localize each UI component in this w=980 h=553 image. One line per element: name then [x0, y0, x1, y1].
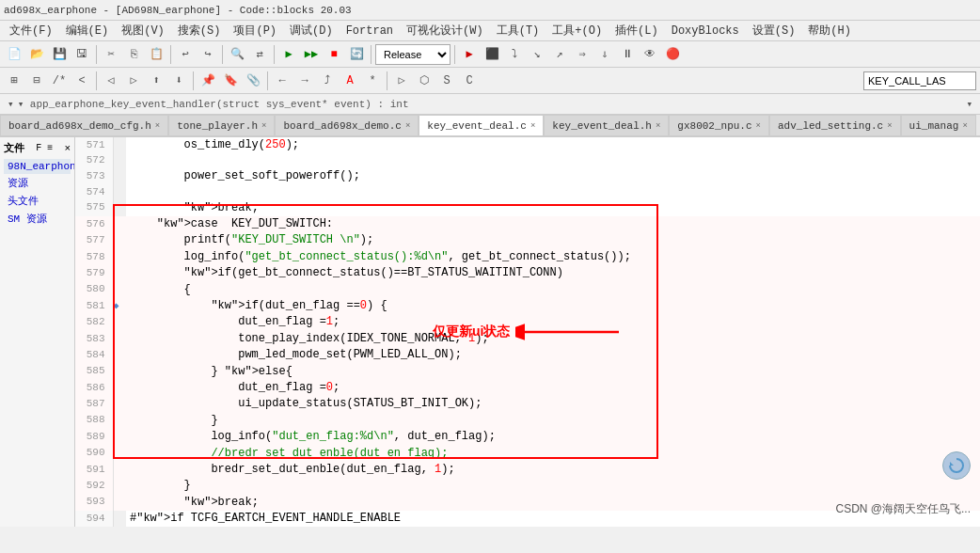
cursor-btn[interactable]: ▷: [391, 71, 412, 91]
tb2-btn1[interactable]: ⊞: [4, 71, 24, 91]
code-line-576[interactable]: "kw">case KEY_DUT_SWITCH:: [126, 216, 980, 232]
code-line-586[interactable]: dut_en_flag =0;: [126, 380, 980, 396]
breakpoint-btn[interactable]: 🔴: [662, 44, 683, 65]
code-line-592[interactable]: }: [126, 478, 980, 494]
tab-0-close[interactable]: ×: [155, 121, 160, 131]
search-input[interactable]: [863, 71, 976, 90]
menu-settings[interactable]: 设置(S): [747, 21, 801, 40]
code-line-577[interactable]: printf("KEY_DUT_SWITCH \n");: [126, 232, 980, 248]
menu-tools-plus[interactable]: 工具+(O): [546, 21, 608, 40]
code-line-578[interactable]: log_info("get_bt_connect_status():%d\n",…: [126, 249, 980, 265]
code-line-581[interactable]: "kw">if(dut_en_flag ==0) {: [126, 298, 980, 314]
tb2-btn3[interactable]: /*: [49, 71, 70, 91]
copy-btn[interactable]: ⎘: [123, 44, 144, 65]
sidebar-item-headers[interactable]: 头文件: [4, 192, 71, 210]
tb2-btn8[interactable]: ⬇: [168, 71, 189, 91]
stop-btn[interactable]: ■: [324, 44, 344, 65]
tb2-btn5[interactable]: ◁: [101, 71, 121, 91]
tb2-btn6[interactable]: ▷: [123, 71, 144, 91]
jump-btn[interactable]: ⤴: [317, 71, 338, 91]
scroll-refresh-btn[interactable]: [942, 451, 971, 480]
code-line-582[interactable]: dut_en_flag =1;: [126, 314, 980, 330]
tab-7[interactable]: ui_manag ×: [901, 115, 976, 135]
code-line-585[interactable]: } "kw">else{: [126, 364, 980, 380]
code-line-572[interactable]: [126, 153, 980, 168]
tab-5-close[interactable]: ×: [756, 121, 761, 131]
code-line-584[interactable]: pwm_led_mode_set(PWM_LED_ALL_ON);: [126, 347, 980, 363]
cut-btn[interactable]: ✂: [101, 44, 121, 65]
code-container[interactable]: 571 os_time_dly(250);572573 power_set_so…: [75, 137, 980, 527]
pause-btn[interactable]: ⏸: [617, 44, 638, 65]
find-btn[interactable]: 🔍: [227, 44, 247, 65]
tb2-btn7[interactable]: ⬆: [146, 71, 166, 91]
build-config-dropdown[interactable]: Release: [375, 44, 450, 65]
tab-1[interactable]: tone_player.h ×: [168, 115, 275, 135]
menu-help[interactable]: 帮助(H): [802, 21, 857, 40]
tab-7-close[interactable]: ×: [962, 121, 967, 131]
menu-tools[interactable]: 工具(T): [491, 21, 545, 40]
run-btn[interactable]: ▶▶: [301, 44, 322, 65]
code-line-579[interactable]: "kw">if(get_bt_connect_status()==BT_STAT…: [126, 265, 980, 281]
tb2-btn10[interactable]: 🔖: [220, 71, 241, 91]
code-line-575[interactable]: "kw">break;: [126, 200, 980, 216]
step-out-btn[interactable]: ↗: [549, 44, 570, 65]
tab-4[interactable]: key_event_deal.h ×: [544, 115, 669, 135]
sidebar-item-sources[interactable]: 资源: [4, 174, 71, 192]
code-line-587[interactable]: ui_update_status(STATUS_BT_INIT_OK);: [126, 396, 980, 412]
menu-visual[interactable]: 可视化设计(W): [401, 21, 489, 40]
nav-back-btn[interactable]: ←: [272, 71, 292, 91]
tb2-btn2[interactable]: ⊟: [26, 71, 47, 91]
step-over-btn[interactable]: ⤵: [504, 44, 525, 65]
sidebar-close-icon[interactable]: ×: [64, 143, 71, 154]
code-editor[interactable]: 571 os_time_dly(250);572573 power_set_so…: [75, 137, 980, 527]
debug-btn[interactable]: ▶: [459, 44, 480, 65]
tab-4-close[interactable]: ×: [656, 121, 660, 131]
redo-btn[interactable]: ↪: [198, 44, 218, 65]
menu-file[interactable]: 文件(F): [4, 21, 58, 40]
tab-2[interactable]: board_ad698x_demo.c ×: [275, 115, 419, 135]
menu-fortran[interactable]: Fortran: [340, 23, 399, 40]
highlight-btn[interactable]: A: [340, 71, 360, 91]
new-file-btn[interactable]: 📄: [4, 44, 24, 65]
menu-edit[interactable]: 编辑(E): [60, 21, 115, 40]
replace-btn[interactable]: ⇄: [249, 44, 270, 65]
tb2-btn4[interactable]: <: [71, 71, 92, 91]
menu-plugins[interactable]: 插件(L): [609, 21, 664, 40]
step-instr-btn[interactable]: ⇓: [594, 44, 615, 65]
check-btn[interactable]: C: [459, 71, 480, 91]
code-line-588[interactable]: }: [126, 413, 980, 429]
menu-view[interactable]: 视图(V): [116, 21, 170, 40]
tab-3-close[interactable]: ×: [530, 121, 535, 131]
watch-btn[interactable]: 👁: [640, 44, 660, 65]
code-line-571[interactable]: os_time_dly(250);: [126, 137, 980, 153]
code-line-591[interactable]: bredr_set_dut_enble(dut_en_flag, 1);: [126, 462, 980, 478]
tb2-btn9[interactable]: 📌: [198, 71, 218, 91]
code-line-589[interactable]: log_info("dut_en_flag:%d\n", dut_en_flag…: [126, 429, 980, 445]
sidebar-item-filename[interactable]: 98N_earphone: [4, 159, 71, 174]
tab-6[interactable]: adv_led_setting.c ×: [769, 115, 901, 135]
menu-project[interactable]: 项目(P): [228, 21, 282, 40]
code-line-590[interactable]: //bredr_set_dut_enble(dut_en_flag);: [126, 446, 980, 462]
sidebar-item-sm-sources[interactable]: SM 资源: [4, 210, 71, 228]
code-line-574[interactable]: [126, 185, 980, 200]
menu-debug[interactable]: 调试(D): [284, 21, 339, 40]
tab-5[interactable]: gx8002_npu.c ×: [669, 115, 769, 135]
tab-0[interactable]: board_ad698x_demo_cfg.h ×: [0, 115, 168, 135]
tab-1-close[interactable]: ×: [261, 121, 266, 131]
code-line-580[interactable]: {: [126, 282, 980, 298]
save-btn[interactable]: 💾: [49, 44, 70, 65]
marker-btn[interactable]: *: [362, 71, 383, 91]
menu-doxyblocks[interactable]: DoxyBlocks: [666, 23, 745, 40]
tab-3[interactable]: key_event_deal.c ×: [419, 115, 544, 135]
open-file-btn[interactable]: 📂: [26, 44, 47, 65]
paste-btn[interactable]: 📋: [146, 44, 166, 65]
build-btn[interactable]: ▶: [278, 44, 299, 65]
tb2-btn11[interactable]: 📎: [243, 71, 263, 91]
tab-2-close[interactable]: ×: [405, 121, 410, 131]
rebuild-btn[interactable]: 🔄: [346, 44, 367, 65]
sidebar-expand-icon[interactable]: F ≡: [36, 143, 53, 153]
next-instr-btn[interactable]: ⇒: [572, 44, 593, 65]
tab-6-close[interactable]: ×: [887, 121, 892, 131]
code-line-583[interactable]: tone_play_index(IDEX_TONE_NORMAL, 1);: [126, 331, 980, 347]
nav-fwd-btn[interactable]: →: [294, 71, 315, 91]
